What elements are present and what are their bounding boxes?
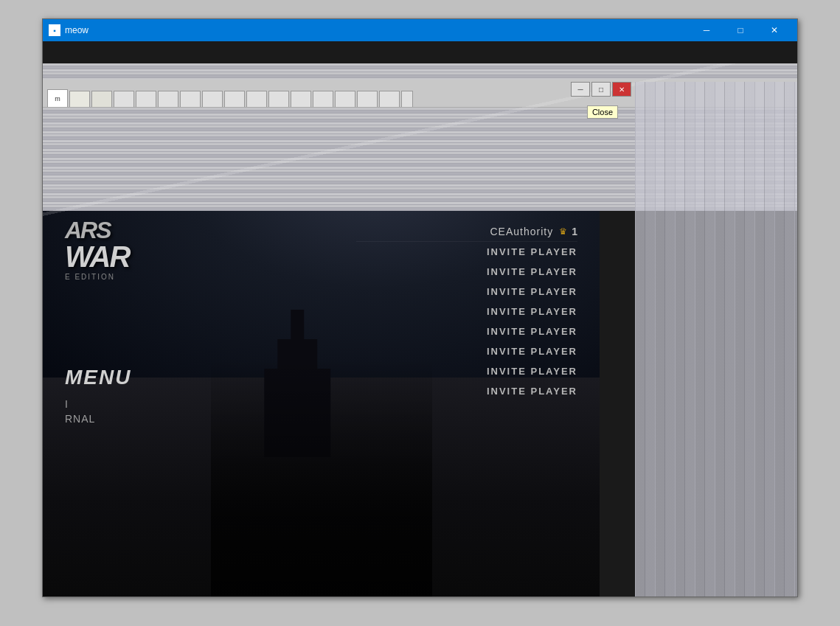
invite-text-2: INVITE PLAYER — [487, 266, 577, 277]
invite-player-button-3[interactable]: INVITE PLAYER — [356, 282, 577, 302]
invite-text-8: INVITE PLAYER — [487, 386, 577, 397]
inner-maximize-button[interactable]: □ — [591, 82, 611, 97]
inner-minimize-button[interactable]: ─ — [571, 82, 590, 97]
inner-close-button[interactable]: ✕ — [612, 82, 631, 97]
title-bar: ▪ meow ─ □ ✕ — [43, 19, 797, 41]
menu-title: MENU — [65, 366, 131, 389]
inner-window-controls: ─ □ ✕ Close — [571, 82, 631, 97]
close-button[interactable]: ✕ — [757, 19, 791, 41]
main-window: ▪ meow ─ □ ✕ — [42, 18, 798, 597]
invite-player-button-8[interactable]: INVITE PLAYER — [356, 381, 577, 401]
window-content: m — [43, 41, 797, 597]
desktop: ▪ meow ─ □ ✕ — [0, 0, 840, 626]
invite-text-6: INVITE PLAYER — [487, 346, 577, 357]
invite-player-button-1[interactable]: INVITE PLAYER — [356, 242, 577, 262]
minimize-button[interactable]: ─ — [690, 19, 723, 41]
invite-player-button-7[interactable]: INVITE PLAYER — [356, 361, 577, 381]
invite-text-3: INVITE PLAYER — [487, 286, 577, 297]
window-controls: ─ □ ✕ — [690, 19, 791, 41]
invite-text-1: INVITE PLAYER — [487, 246, 577, 257]
invite-text-5: INVITE PLAYER — [487, 326, 577, 337]
invite-player-button-2[interactable]: INVITE PLAYER — [356, 262, 577, 282]
invite-player-button-5[interactable]: INVITE PLAYER — [356, 321, 577, 341]
menu-items: I RNAL — [65, 397, 131, 426]
logo-line2: WAR — [65, 242, 161, 271]
glitch-vertical-lines — [635, 82, 797, 597]
menu-item-1[interactable]: I — [65, 397, 131, 411]
invite-text-7: INVITE PLAYER — [487, 366, 577, 377]
game-menu: MENU I RNAL — [65, 366, 131, 426]
vert-line-group — [635, 82, 797, 597]
menu-item-2[interactable]: RNAL — [65, 411, 131, 426]
close-tooltip: Close — [587, 105, 618, 119]
maximize-button[interactable]: □ — [723, 19, 757, 41]
invite-player-button-6[interactable]: INVITE PLAYER — [356, 341, 577, 361]
window-icon: ▪ — [49, 24, 60, 36]
invite-player-button-4[interactable]: INVITE PLAYER — [356, 302, 577, 321]
invite-text-4: INVITE PLAYER — [487, 306, 577, 317]
logo-edition: E EDITION — [65, 273, 161, 281]
window-title: meow — [65, 25, 690, 35]
